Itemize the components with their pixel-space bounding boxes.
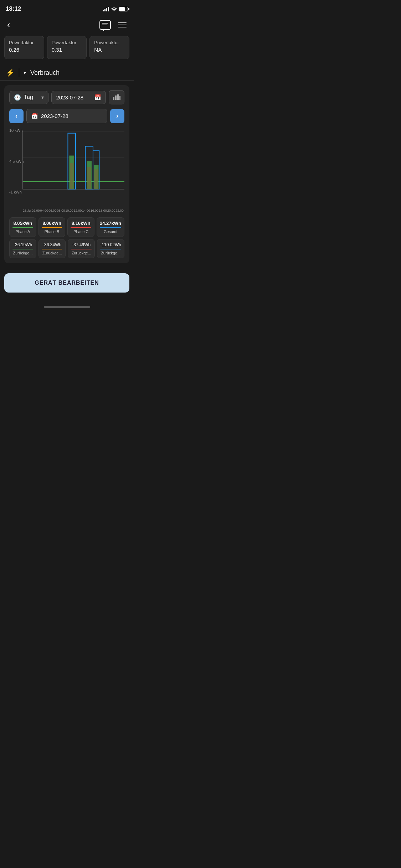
y-axis-max: 10 kWh: [9, 128, 24, 133]
signal-icon: [103, 6, 109, 11]
x-label-7: 14:00: [82, 209, 90, 212]
wifi-icon: [111, 6, 117, 12]
powerfactor-card-c: Powerfaktor NA: [89, 36, 129, 59]
powerfactor-value-a: 0.26: [9, 47, 40, 53]
svg-rect-2: [117, 94, 119, 100]
stat-line-phase-a: [12, 227, 33, 228]
powerfactor-value-c: NA: [94, 47, 125, 53]
stat-line-gesamt: [100, 227, 121, 228]
powerfactor-card-a: Powerfaktor 0.26: [4, 36, 44, 59]
svg-rect-0: [113, 97, 114, 100]
powerfactor-label-c: Powerfaktor: [94, 40, 125, 46]
stat-value-gesamt: 24.27kWh: [100, 221, 121, 226]
section-dropdown-arrow[interactable]: ▾: [24, 70, 26, 76]
edit-device-button[interactable]: GERÄT BEARBEITEN: [4, 273, 129, 293]
stat-card-phase-a: 8.05kWh Phase A: [9, 217, 36, 237]
stat-value-ret-a: -36.19Wh: [12, 242, 33, 247]
stat-label-ret-b: Zurückge...: [42, 251, 62, 255]
calendar-icon: 📅: [94, 94, 101, 101]
svg-rect-16: [94, 169, 98, 189]
chat-icon[interactable]: [99, 20, 111, 30]
next-date-button[interactable]: ›: [110, 109, 124, 123]
stat-value-ret-b: -36.34Wh: [42, 242, 62, 247]
status-bar: 18:12: [0, 0, 134, 16]
stat-value-phase-b: 8.06kWh: [42, 221, 62, 226]
y-axis-labels: 10 kWh 4.5 kWh -1 kWh: [9, 128, 24, 194]
stat-line-ret-c: [71, 249, 92, 249]
stat-label-ret-a: Zurückge...: [12, 251, 33, 255]
svg-rect-15: [87, 167, 91, 189]
chart-type-button[interactable]: [109, 90, 124, 104]
battery-icon: [119, 7, 128, 11]
x-label-0: 28.Jul: [23, 209, 31, 212]
stat-value-phase-a: 8.05kWh: [12, 221, 33, 226]
stat-line-ret-b: [42, 249, 62, 249]
nav-date-text: 2023-07-28: [41, 113, 68, 119]
status-icons: [103, 6, 128, 12]
period-select[interactable]: 🕐 Tag ▾: [9, 91, 48, 104]
home-indicator: [0, 303, 134, 309]
controls-row: 🕐 Tag ▾ 2023-07-28 📅: [9, 90, 124, 104]
lightning-icon: ⚡: [6, 68, 15, 77]
chart-area: 10 kWh 4.5 kWh -1 kWh: [9, 128, 124, 206]
stat-label-phase-b: Phase B: [42, 229, 62, 234]
powerfactor-label-b: Powerfaktor: [52, 40, 82, 46]
chart-card: 🕐 Tag ▾ 2023-07-28 📅 ‹ 📅 2023-07-28 ›: [4, 85, 129, 263]
stat-line-ret-total: [100, 249, 121, 249]
x-label-2: 04:00: [40, 209, 48, 212]
stats-grid-row2: -36.19Wh Zurückge... -36.34Wh Zurückge..…: [9, 239, 124, 258]
stat-card-phase-b: 8.06kWh Phase B: [38, 217, 66, 237]
prev-date-button[interactable]: ‹: [9, 109, 24, 123]
svg-rect-3: [119, 96, 120, 100]
x-label-3: 06:00: [48, 209, 57, 212]
stat-card-phase-c: 8.16kWh Phase C: [67, 217, 94, 237]
clock-icon: 🕐: [14, 94, 21, 101]
date-select[interactable]: 2023-07-28 📅: [51, 91, 106, 104]
x-label-11: 22:00: [115, 209, 124, 212]
stat-card-ret-a: -36.19Wh Zurückge...: [9, 239, 36, 258]
stat-card-ret-total: -110.02Wh Zurückge...: [97, 239, 124, 258]
stat-label-ret-c: Zurückge...: [71, 251, 92, 255]
stat-card-ret-c: -37.49Wh Zurückge...: [68, 239, 95, 258]
powerfactor-label-a: Powerfaktor: [9, 40, 40, 46]
powerfactor-card-b: Powerfaktor 0.31: [47, 36, 87, 59]
nav-row: ‹ 📅 2023-07-28 ›: [9, 109, 124, 123]
powerfactor-value-b: 0.31: [52, 47, 82, 53]
nav-header: ‹: [0, 16, 134, 36]
powerfactor-row: Powerfaktor 0.26 Powerfaktor 0.31 Powerf…: [0, 36, 134, 65]
period-label: Tag: [24, 94, 38, 100]
chevron-down-icon: ▾: [41, 94, 44, 100]
home-indicator-bar: [44, 306, 90, 308]
stat-label-phase-c: Phase C: [71, 229, 91, 234]
stat-line-phase-b: [42, 227, 62, 228]
stats-grid-row1: 8.05kWh Phase A 8.06kWh Phase B 8.16kWh …: [9, 217, 124, 237]
nav-right-icons: [99, 20, 127, 30]
stat-line-ret-a: [12, 249, 33, 249]
stat-value-ret-c: -37.49Wh: [71, 242, 92, 247]
stat-value-phase-c: 8.16kWh: [71, 221, 91, 226]
x-label-4: 08:00: [57, 209, 65, 212]
section-divider: [19, 68, 19, 77]
bottom-btn-area: GERÄT BEARBEITEN: [0, 268, 134, 303]
stat-line-phase-c: [71, 227, 91, 228]
x-axis-labels: 28.Jul 02:00 04:00 06:00 08:00 10:00 12:…: [9, 209, 124, 212]
back-button[interactable]: ‹: [7, 19, 10, 30]
section-header: ⚡ ▾ Verbrauch: [0, 65, 134, 81]
y-axis-min: -1 kWh: [9, 190, 24, 194]
svg-rect-1: [115, 95, 117, 100]
stat-card-ret-b: -36.34Wh Zurückge...: [38, 239, 66, 258]
chart-svg: [9, 128, 124, 206]
stat-label-gesamt: Gesamt: [100, 229, 121, 234]
x-label-5: 10:00: [65, 209, 73, 212]
svg-rect-14: [70, 163, 73, 189]
x-label-6: 12:00: [74, 209, 82, 212]
menu-icon[interactable]: [118, 22, 127, 27]
nav-date-display: 📅 2023-07-28: [26, 109, 107, 123]
y-axis-mid: 4.5 kWh: [9, 159, 24, 164]
stat-card-gesamt: 24.27kWh Gesamt: [97, 217, 124, 237]
date-label: 2023-07-28: [56, 94, 91, 100]
stat-label-ret-total: Zurückge...: [100, 251, 121, 255]
stat-label-phase-a: Phase A: [12, 229, 33, 234]
x-label-8: 16:00: [91, 209, 99, 212]
x-label-9: 18:00: [99, 209, 107, 212]
